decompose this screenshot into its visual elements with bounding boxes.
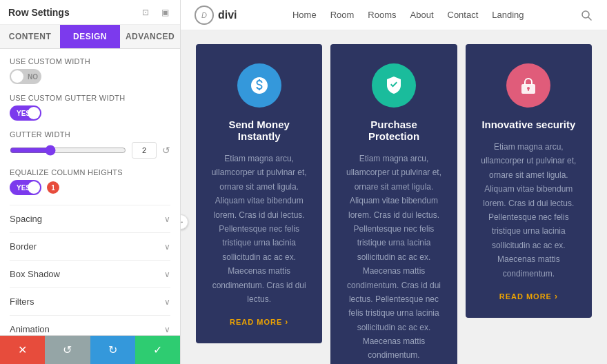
read-more-arrow: › bbox=[285, 317, 288, 327]
custom-width-toggle[interactable]: NO bbox=[10, 69, 41, 84]
card-send-money-text: Etiam magna arcu, ullamcorper ut pulvina… bbox=[210, 152, 308, 306]
panel-header: Row Settings ⊡ ▣ bbox=[0, 0, 180, 25]
redo-button[interactable]: ↻ bbox=[90, 336, 135, 364]
accordion-filters: Filters ∨ bbox=[10, 287, 170, 315]
card-send-money: Send Money Instantly Etiam magna arcu, u… bbox=[196, 44, 322, 343]
nav-logo: D divi bbox=[195, 6, 237, 25]
custom-gutter-toggle[interactable]: YES bbox=[10, 105, 41, 121]
panel-content: Use Custom Width NO Use Custom Gutter Wi… bbox=[0, 49, 180, 335]
card-innovative-security-readmore[interactable]: READ MORE › bbox=[499, 292, 558, 301]
gutter-width-controls: ↺ bbox=[10, 142, 170, 159]
reset-icon[interactable]: ↺ bbox=[162, 145, 170, 156]
undo-button[interactable]: ↺ bbox=[45, 336, 90, 364]
cancel-button[interactable]: ✕ bbox=[0, 336, 45, 364]
card-send-money-title: Send Money Instantly bbox=[210, 119, 308, 142]
equalize-toggle-label: YES bbox=[17, 184, 30, 192]
gutter-slider-wrap bbox=[10, 145, 126, 156]
read-more-label-3: READ MORE bbox=[499, 292, 552, 301]
accordion-animation: Animation ∨ bbox=[10, 315, 170, 335]
nav-link-about[interactable]: About bbox=[410, 10, 434, 20]
equalize-columns-label: Equalize Column Heights bbox=[10, 168, 170, 176]
toggle-no-label: NO bbox=[28, 73, 38, 81]
card-send-money-readmore[interactable]: READ MORE › bbox=[230, 317, 288, 327]
divi-logo-circle: D bbox=[195, 6, 214, 25]
bottom-bar: ✕ ↺ ↻ ✓ bbox=[0, 335, 180, 364]
nav-link-rooms[interactable]: Rooms bbox=[368, 10, 396, 20]
accordion-border-header[interactable]: Border ∨ bbox=[10, 241, 170, 252]
custom-gutter-setting: Use Custom Gutter Width YES bbox=[10, 94, 170, 121]
layout-icon[interactable]: ▣ bbox=[158, 6, 172, 19]
main-area: D divi Home Room Rooms About Contact Lan… bbox=[181, 0, 607, 364]
accordion-filters-label: Filters bbox=[10, 296, 34, 307]
accordion-border-chevron: ∨ bbox=[164, 242, 170, 252]
card-purchase-protection: Purchase Protection Etiam magna arcu, ul… bbox=[330, 44, 457, 364]
nav-logo-text: divi bbox=[218, 9, 237, 21]
panel-header-icons: ⊡ ▣ bbox=[139, 6, 172, 19]
accordion-animation-label: Animation bbox=[10, 324, 50, 334]
card-purchase-protection-icon-wrap bbox=[372, 63, 416, 108]
card-purchase-protection-text: Etiam magna arcu, ullamcorper ut pulvina… bbox=[344, 152, 443, 363]
toggle-yes-label: YES bbox=[17, 110, 30, 117]
card-innovative-security-title: Innovative security bbox=[481, 119, 575, 130]
accordion-spacing-label: Spacing bbox=[10, 214, 42, 224]
accordion-spacing-header[interactable]: Spacing ∨ bbox=[10, 214, 170, 224]
tab-design[interactable]: Design bbox=[60, 25, 120, 48]
gutter-input[interactable] bbox=[132, 142, 157, 159]
equalize-badge: 1 bbox=[47, 181, 59, 194]
accordion-filters-chevron: ∨ bbox=[164, 297, 170, 307]
card-send-money-icon-wrap bbox=[237, 63, 281, 108]
accordion-animation-header[interactable]: Animation ∨ bbox=[10, 324, 170, 334]
equalize-columns-setting: Equalize Column Heights YES 1 bbox=[10, 168, 170, 195]
accordion-spacing: Spacing ∨ bbox=[10, 205, 170, 232]
card-innovative-security-text: Etiam magna arcu, ullamcorper ut pulvina… bbox=[479, 140, 578, 281]
read-more-arrow-3: › bbox=[555, 292, 558, 301]
gutter-width-setting: Gutter Width ↺ bbox=[10, 130, 170, 159]
equalize-columns-controls: YES 1 bbox=[10, 180, 170, 195]
lock-icon bbox=[517, 74, 539, 97]
accordion-filters-header[interactable]: Filters ∨ bbox=[10, 296, 170, 307]
confirm-button[interactable]: ✓ bbox=[135, 336, 180, 364]
custom-width-label: Use Custom Width bbox=[10, 57, 170, 65]
nav-link-room[interactable]: Room bbox=[330, 10, 355, 20]
money-icon bbox=[248, 74, 270, 97]
accordion-animation-chevron: ∨ bbox=[164, 325, 170, 334]
accordion-box-shadow-header[interactable]: Box Shadow ∨ bbox=[10, 269, 170, 279]
resize-handle[interactable]: ↔ bbox=[181, 214, 188, 230]
panel-title: Row Settings bbox=[8, 7, 70, 18]
card-purchase-protection-title: Purchase Protection bbox=[344, 119, 443, 142]
nav-link-landing[interactable]: Landing bbox=[492, 10, 524, 20]
accordion-spacing-chevron: ∨ bbox=[164, 214, 170, 224]
nav-link-contact[interactable]: Contact bbox=[448, 10, 479, 20]
read-more-label: READ MORE bbox=[230, 318, 282, 326]
equalize-toggle[interactable]: YES bbox=[10, 180, 41, 195]
card-innovative-security-icon-wrap bbox=[506, 63, 550, 108]
card-innovative-security: Innovative security Etiam magna arcu, ul… bbox=[466, 44, 592, 318]
top-nav: D divi Home Room Rooms About Contact Lan… bbox=[181, 0, 607, 30]
custom-gutter-label: Use Custom Gutter Width bbox=[10, 94, 170, 102]
tab-advanced[interactable]: Advanced bbox=[120, 25, 180, 48]
gutter-width-label: Gutter Width bbox=[10, 130, 170, 139]
svg-line-1 bbox=[588, 17, 591, 20]
left-panel: Row Settings ⊡ ▣ Content Design Advanced… bbox=[0, 0, 181, 364]
accordion-border-label: Border bbox=[10, 241, 37, 252]
expand-icon[interactable]: ⊡ bbox=[139, 6, 152, 19]
accordion-border: Border ∨ bbox=[10, 232, 170, 260]
gutter-slider[interactable] bbox=[10, 145, 126, 156]
accordion-box-shadow-label: Box Shadow bbox=[10, 269, 60, 279]
cards-container: ↔ Send Money Instantly Etiam magna arcu,… bbox=[181, 30, 607, 364]
tab-content[interactable]: Content bbox=[0, 25, 60, 48]
svg-rect-4 bbox=[528, 88, 529, 91]
shield-icon bbox=[383, 74, 405, 97]
search-icon[interactable] bbox=[579, 8, 593, 22]
nav-link-home[interactable]: Home bbox=[292, 10, 317, 20]
accordion-box-shadow: Box Shadow ∨ bbox=[10, 260, 170, 287]
accordion-box-shadow-chevron: ∨ bbox=[164, 270, 170, 279]
nav-links: Home Room Rooms About Contact Landing bbox=[292, 10, 524, 20]
custom-width-setting: Use Custom Width NO bbox=[10, 57, 170, 84]
tabs-bar: Content Design Advanced bbox=[0, 25, 180, 49]
